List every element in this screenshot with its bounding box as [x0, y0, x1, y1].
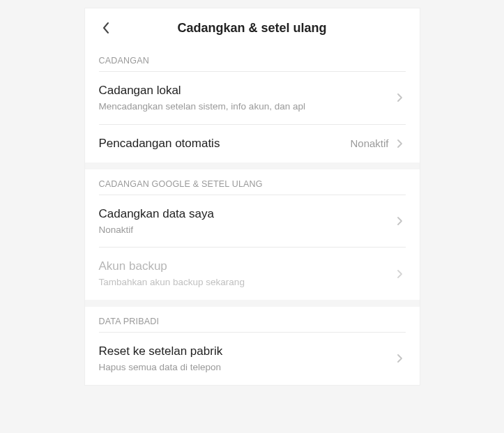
item-backup-account[interactable]: Akun backup Tambahkan akun backup sekara…: [85, 248, 420, 300]
section-gap: [85, 162, 420, 169]
item-title: Cadangan lokal: [99, 83, 395, 98]
chevron-right-icon: [395, 138, 406, 149]
item-value: Nonaktif: [350, 137, 388, 149]
item-title: Cadangkan data saya: [99, 206, 395, 222]
item-body: Reset ke setelan pabrik Hapus semua data…: [99, 344, 395, 374]
item-backup-my-data[interactable]: Cadangkan data saya Nonaktif: [85, 195, 420, 248]
item-title: Reset ke setelan pabrik: [99, 344, 395, 359]
section-gap: [85, 300, 420, 307]
settings-screen: Cadangkan & setel ulang CADANGAN Cadanga…: [85, 8, 420, 385]
section-header-google: CADANGAN GOOGLE & SETEL ULANG: [85, 169, 420, 195]
item-body: Cadangan lokal Mencadangkan setelan sist…: [99, 83, 395, 113]
section-header-cadangan: CADANGAN: [85, 46, 420, 71]
chevron-right-icon: [395, 353, 406, 364]
item-local-backup[interactable]: Cadangan lokal Mencadangkan setelan sist…: [85, 72, 420, 124]
item-subtitle: Tambahkan akun backup sekarang: [99, 276, 395, 289]
item-body: Cadangkan data saya Nonaktif: [99, 206, 395, 236]
page-title: Cadangkan & setel ulang: [177, 21, 326, 36]
back-icon[interactable]: [99, 21, 113, 35]
item-body: Akun backup Tambahkan akun backup sekara…: [99, 259, 395, 289]
item-title: Akun backup: [99, 259, 395, 274]
item-factory-reset[interactable]: Reset ke setelan pabrik Hapus semua data…: [85, 333, 420, 385]
item-auto-backup[interactable]: Pencadangan otomatis Nonaktif: [85, 125, 420, 162]
item-subtitle: Nonaktif: [99, 224, 395, 236]
item-body: Pencadangan otomatis: [99, 136, 351, 151]
chevron-right-icon: [395, 92, 406, 103]
header-bar: Cadangkan & setel ulang: [85, 8, 420, 46]
chevron-right-icon: [395, 268, 406, 280]
chevron-right-icon: [395, 215, 406, 227]
item-title: Pencadangan otomatis: [99, 136, 351, 151]
item-subtitle: Hapus semua data di telepon: [99, 361, 395, 374]
section-header-personal: DATA PRIBADI: [85, 307, 420, 332]
item-subtitle: Mencadangkan setelan sistem, info akun, …: [99, 100, 395, 113]
